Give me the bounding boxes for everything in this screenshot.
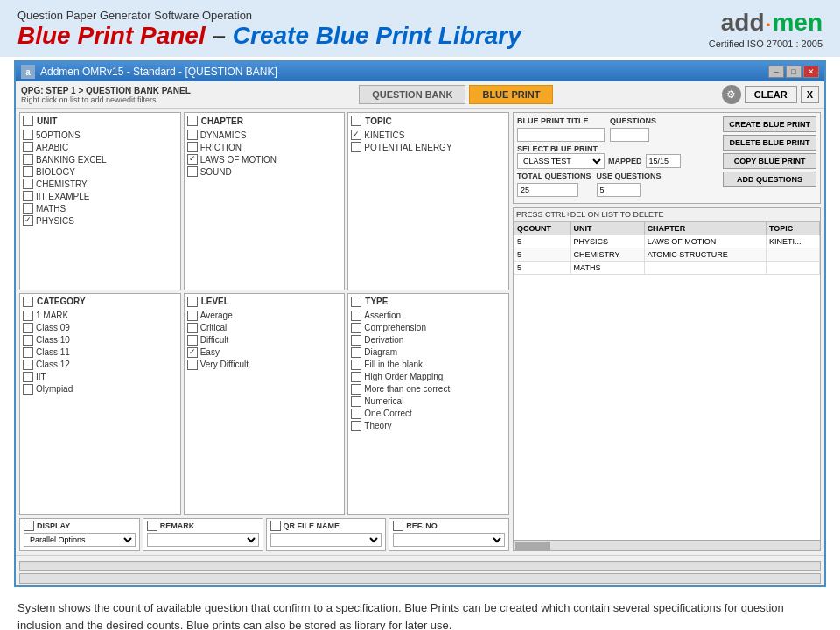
cat-olympiad-cb[interactable] xyxy=(23,384,33,395)
topic-filter-box: TOPIC KINETICS POTENTIAL ENERGY xyxy=(347,112,509,290)
topic-checkbox[interactable] xyxy=(351,116,361,126)
type-derivation-cb[interactable] xyxy=(351,335,361,346)
display-dropdown[interactable]: Parallel Options xyxy=(24,533,136,547)
tab-blue-print[interactable]: BLUE PRINT xyxy=(469,85,553,104)
list-item: Critical xyxy=(187,322,342,334)
remark-dropdown[interactable] xyxy=(147,533,259,547)
cat-class09-cb[interactable] xyxy=(23,323,33,333)
maximize-button[interactable]: □ xyxy=(786,66,802,78)
unit-physics-cb[interactable] xyxy=(23,215,33,226)
horizontal-scrollbar[interactable] xyxy=(514,540,820,550)
level-filter-box: LEVEL Average Critical Difficult xyxy=(184,293,346,515)
right-panel: BLUE PRINT TITLE QUESTIONS SELECT B xyxy=(513,112,821,551)
content-area: UNIT 5OPTIONS ARABIC BANKING EXCEL xyxy=(16,108,824,555)
type-diagram-cb[interactable] xyxy=(351,347,361,358)
list-item: Derivation xyxy=(351,334,506,346)
qr-file-dropdown[interactable] xyxy=(270,533,382,547)
add-questions-button[interactable]: ADD QUESTIONS xyxy=(723,172,816,187)
logo-add: add xyxy=(721,9,765,37)
unit-5options-cb[interactable] xyxy=(23,130,33,140)
list-item: Numerical xyxy=(351,396,506,408)
list-item: Class 11 xyxy=(23,346,178,359)
level-critical-cb[interactable] xyxy=(187,323,198,333)
type-comprehension-cb[interactable] xyxy=(351,323,361,333)
level-verydifficult-cb[interactable] xyxy=(187,360,198,370)
ref-no-select-box: REF. NO xyxy=(388,518,509,551)
unit-arabic-cb[interactable] xyxy=(23,142,33,152)
cat-class10-cb[interactable] xyxy=(23,335,33,346)
unit-biology-cb[interactable] xyxy=(23,166,33,177)
remark-checkbox[interactable] xyxy=(147,521,158,531)
header-left: Question Paper Generator Software Operat… xyxy=(18,9,522,50)
create-blueprint-button[interactable]: CREATE BLUE PRINT xyxy=(723,116,816,132)
scroll-thumb[interactable] xyxy=(515,542,550,550)
chapter-title: CHAPTER xyxy=(201,116,243,126)
chapter-sound-cb[interactable] xyxy=(187,166,198,177)
bp-select-dropdown[interactable]: CLASS TEST xyxy=(517,153,605,169)
ref-no-header: REF. NO xyxy=(393,521,505,531)
list-item: Difficult xyxy=(187,334,342,346)
gear-icon[interactable]: ⚙ xyxy=(722,85,741,104)
bp-use-q-input[interactable] xyxy=(597,183,640,197)
list-item: IIT xyxy=(23,371,178,383)
bp-title-row: BLUE PRINT TITLE QUESTIONS xyxy=(517,116,718,142)
level-average-cb[interactable] xyxy=(187,311,198,321)
bp-table-note: PRESS CTRL+DEL ON LIST TO DELETE xyxy=(514,208,820,221)
toolbar-tabs: QUESTION BANK BLUE PRINT xyxy=(359,85,553,104)
ref-no-dropdown[interactable] xyxy=(393,533,505,547)
cat-iit-cb[interactable] xyxy=(23,372,33,382)
delete-blueprint-button[interactable]: DELETE BLUE PRINT xyxy=(723,135,816,150)
type-morethanone-cb[interactable] xyxy=(351,384,361,395)
blueprint-title-section: BLUE PRINT TITLE QUESTIONS SELECT B xyxy=(513,112,821,204)
level-easy-cb[interactable] xyxy=(187,347,198,358)
bp-totals-row: TOTAL QUESTIONS USE QUESTIONS xyxy=(517,172,718,197)
bp-title-input[interactable] xyxy=(517,128,605,142)
chapter-friction-cb[interactable] xyxy=(187,142,198,152)
copy-blueprint-button[interactable]: COPY BLUE PRINT xyxy=(723,153,816,169)
type-assertion-cb[interactable] xyxy=(351,311,361,321)
cat-1mark-cb[interactable] xyxy=(23,311,33,321)
close-panel-button[interactable]: X xyxy=(801,86,819,103)
category-checkbox[interactable] xyxy=(23,297,33,307)
topic-kinetics-cb[interactable] xyxy=(351,130,361,140)
list-item: 5OPTIONS xyxy=(23,129,178,141)
topic-potential-cb[interactable] xyxy=(351,142,361,152)
display-checkbox[interactable] xyxy=(24,521,34,531)
type-hom-cb[interactable] xyxy=(351,372,361,382)
list-item: High Order Mapping xyxy=(351,371,506,383)
unit-banking-cb[interactable] xyxy=(23,154,33,164)
unit-checkbox[interactable] xyxy=(23,116,33,126)
type-fillinblank-cb[interactable] xyxy=(351,360,361,370)
bp-total-q-input[interactable] xyxy=(517,183,578,197)
clear-button[interactable]: CLEAR xyxy=(745,86,797,103)
qr-file-checkbox[interactable] xyxy=(270,521,281,531)
type-numerical-cb[interactable] xyxy=(351,396,361,407)
chapter-checkbox[interactable] xyxy=(187,116,198,126)
cat-class12-cb[interactable] xyxy=(23,360,33,370)
list-item: Comprehension xyxy=(351,322,506,334)
bp-questions-input[interactable] xyxy=(610,128,649,142)
topic-title: TOPIC xyxy=(365,116,391,126)
list-item: Class 12 xyxy=(23,359,178,371)
unit-iit-cb[interactable] xyxy=(23,191,33,201)
ref-no-checkbox[interactable] xyxy=(393,521,403,531)
minimize-button[interactable]: – xyxy=(768,66,784,78)
header-title: Blue Print Panel – Create Blue Print Lib… xyxy=(18,22,522,50)
chapter-laws-cb[interactable] xyxy=(187,154,198,164)
toolbar-left: QPG: STEP 1 > QUESTION BANK PANEL Right … xyxy=(21,86,191,104)
bp-fields: BLUE PRINT TITLE QUESTIONS SELECT B xyxy=(517,116,718,200)
list-item: Theory xyxy=(351,420,506,432)
cat-class11-cb[interactable] xyxy=(23,347,33,358)
tab-question-bank[interactable]: QUESTION BANK xyxy=(359,85,466,104)
window-close-button[interactable]: ✕ xyxy=(803,66,819,78)
unit-chemistry-cb[interactable] xyxy=(23,178,33,189)
type-theory-cb[interactable] xyxy=(351,421,361,431)
type-title: TYPE xyxy=(365,297,388,306)
unit-maths-cb[interactable] xyxy=(23,203,33,214)
chapter-dynamics-cb[interactable] xyxy=(187,130,198,140)
type-checkbox[interactable] xyxy=(351,297,361,307)
level-difficult-cb[interactable] xyxy=(187,335,198,346)
bp-mapped-input[interactable] xyxy=(646,154,681,168)
type-onecorrect-cb[interactable] xyxy=(351,409,361,419)
level-checkbox[interactable] xyxy=(187,297,198,307)
